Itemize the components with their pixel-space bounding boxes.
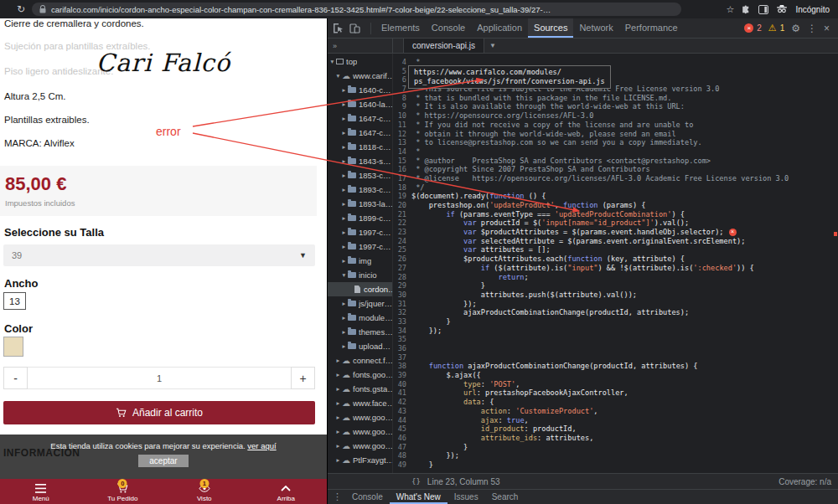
bottom-nav-arriba[interactable]: Arriba [246,479,328,504]
bottom-nav-men[interactable]: Menú [0,479,82,504]
tree-item-upload[interactable]: ▸upload… [328,339,392,353]
line-number[interactable]: 48 [393,451,411,460]
line-number[interactable]: 12 [393,130,411,139]
tree-item-1647-c[interactable]: ▸1647-c… [328,111,392,126]
line-number[interactable]: 37 [393,353,411,363]
extensions-icon[interactable] [742,5,751,14]
bookmark-icon[interactable]: ☆ [727,5,735,14]
code-line[interactable]: 26 $productAttributes.each(function (key… [393,255,838,264]
line-number[interactable]: 31 [393,300,411,309]
chevron-right-icon[interactable]: ▸ [341,143,347,151]
chevron-right-icon[interactable]: ▸ [341,229,347,236]
code-line[interactable]: 46 attribute_ids: attributes, [393,434,838,443]
error-count[interactable]: 2 [757,23,762,33]
code-line[interactable]: 11 * If you did not receive a copy of th… [393,121,838,130]
chevron-right-icon[interactable]: ▸ [341,157,347,165]
line-number[interactable]: 16 [393,165,411,174]
line-number[interactable]: 25 [393,245,411,255]
chevron-right-icon[interactable]: ▸ [341,200,347,208]
line-number[interactable]: 17 [393,174,411,183]
line-number[interactable]: 41 [393,388,411,398]
tree-item-www-goo[interactable]: ▸☁www.goo… [328,439,392,453]
tree-item-1893-la[interactable]: ▸1893-la… [328,197,392,211]
tree-item-img[interactable]: ▸img [328,254,392,268]
chevron-down-icon[interactable]: ▾ [341,271,347,279]
pretty-print-button[interactable]: {} [411,477,421,486]
code-line[interactable]: 42 data: { [393,398,838,407]
devtools-tab-elements[interactable]: Elements [375,18,426,38]
line-number[interactable]: 13 [393,138,411,147]
code-line[interactable]: 18 */ [393,183,838,193]
tree-item-1893-c[interactable]: ▸1893-c… [328,183,392,197]
line-number[interactable]: 10 [393,111,411,121]
cookie-accept-button[interactable]: aceptar [138,455,188,467]
chevron-right-icon[interactable]: ▸ [335,456,341,464]
code-line[interactable]: 17 * @license https://opensource.org/lic… [393,174,838,183]
bottom-nav-visto[interactable]: 1Visto [163,479,246,504]
chevron-right-icon[interactable]: ▸ [335,385,341,393]
url-bar[interactable]: carifalco.com/inicio/cordon-ancho-especi… [32,3,681,16]
line-number[interactable]: 44 [393,416,411,425]
tree-item-fonts-gsta[interactable]: ▸☁fonts.gsta… [328,382,392,396]
tree-item-www-goo[interactable]: ▸☁www.goo… [328,424,392,439]
code-line[interactable]: 45 id_product: productId, [393,424,838,434]
tree-item-1640-la[interactable]: ▸1640-la… [328,97,392,111]
line-number[interactable]: 24 [393,237,411,246]
size-select[interactable]: 39 ▼ [3,244,315,266]
tree-item-www-carif[interactable]: ▾☁www.carif… [328,69,392,83]
devtools-tab-network[interactable]: Network [573,18,618,38]
drawer-tab-console[interactable]: Console [345,490,390,504]
chevron-right-icon[interactable]: ▸ [341,257,347,265]
code-line[interactable]: 39 $.ajax({ [393,371,838,380]
code-line[interactable]: 23 var $productAttributes = $(params.eve… [393,228,838,237]
code-line[interactable]: 15 * @author PrestaShop SA and Contribut… [393,157,838,166]
tree-item-module[interactable]: ▸module… [328,311,392,325]
chevron-right-icon[interactable]: ▸ [341,186,347,193]
settings-gear-icon[interactable]: ⚙ [791,23,800,33]
line-number[interactable]: 19 [393,192,411,201]
devtools-tab-console[interactable]: Console [426,18,471,38]
line-number[interactable]: 23 [393,228,411,237]
tree-item-ptlfxaygt[interactable]: ▸☁PtlFxaygt… [328,453,392,467]
tree-item-1899-c[interactable]: ▸1899-c… [328,211,392,225]
code-line[interactable]: 44 ajax: true, [393,416,838,425]
tree-item-1997-c[interactable]: ▸1997-c… [328,225,392,239]
color-swatch[interactable] [3,337,23,357]
chevron-right-icon[interactable]: ▸ [335,371,341,378]
tree-item-inicio[interactable]: ▾inicio [328,268,392,282]
chevron-down-icon[interactable]: ▼ [484,39,496,53]
code-line[interactable]: 38 function ajaxProductCombinationChange… [393,362,838,371]
devtools-tab-sources[interactable]: Sources [528,18,573,38]
chevron-right-icon[interactable]: ▸ [335,442,341,450]
chevron-right-icon[interactable]: ▸ [335,414,341,421]
line-number[interactable]: 30 [393,291,411,300]
line-number[interactable]: 42 [393,398,411,407]
tree-item-cordon[interactable]: cordon… [328,282,392,296]
qty-minus-button[interactable]: - [3,367,28,389]
line-number[interactable]: 9 [393,102,411,111]
devtools-tab-performance[interactable]: Performance [619,18,684,38]
code-area[interactable]: 4 *5 * NOTICE OF LICENSE6 *7 * This sour… [393,54,838,473]
drawer-tab-search[interactable]: Search [485,490,525,504]
chevron-right-icon[interactable]: ▸ [341,214,347,222]
chevron-right-icon[interactable]: ▸ [341,342,347,350]
tree-item-1818-c[interactable]: ▸1818-c… [328,140,392,154]
line-number[interactable]: 36 [393,344,411,353]
devtools-tab-application[interactable]: Application [471,18,528,38]
code-line[interactable]: 27 if ($(attribute).is("input") && !$(at… [393,264,838,273]
line-number[interactable]: 47 [393,443,411,452]
width-input[interactable] [3,292,26,310]
chevron-right-icon[interactable]: ▸ [341,100,347,108]
line-number[interactable]: 29 [393,281,411,291]
tree-item-fonts-goo[interactable]: ▸☁fonts.goo… [328,368,392,382]
tree-item-1640-c[interactable]: ▸1640-c… [328,83,392,97]
code-line[interactable]: 35 [393,335,838,344]
drawer-tab-issues[interactable]: Issues [447,490,485,504]
line-number[interactable]: 38 [393,362,411,371]
tree-item-themes[interactable]: ▸themes… [328,325,392,339]
code-line[interactable]: 21 if (params.eventType === 'updatedProd… [393,210,838,219]
tree-item-top[interactable]: ▾top [328,54,392,69]
device-toolbar-icon[interactable] [349,23,360,33]
chevron-right-icon[interactable]: ▸ [341,328,347,336]
code-line[interactable]: 28 return; [393,273,838,282]
